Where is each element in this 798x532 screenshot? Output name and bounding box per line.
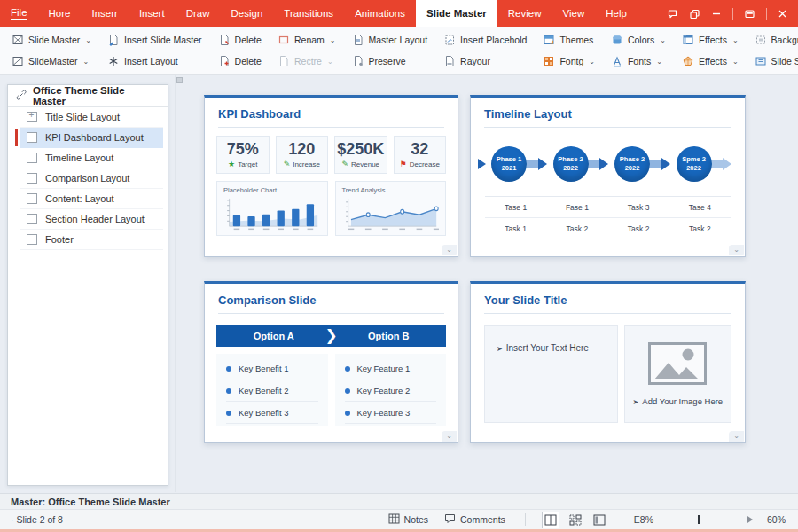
resize-handle[interactable]: ⌄ bbox=[729, 245, 744, 255]
slide-kpi-dashboard[interactable]: KPI Dashboard 75% ★Target 120 ✎Increase … bbox=[204, 95, 458, 257]
resize-handle[interactable]: ⌄ bbox=[442, 431, 457, 442]
zoom-level-label: E8% bbox=[634, 514, 653, 525]
zoom-slider[interactable] bbox=[664, 514, 742, 525]
tab-insert-1[interactable]: Inserr bbox=[81, 0, 128, 27]
rayour-button[interactable]: Rayour bbox=[443, 53, 527, 70]
ribbon: Slide Master⌄ SlideMaster⌄ Insert Slide … bbox=[0, 27, 798, 75]
text-placeholder[interactable]: ➤Insert Your Text Here bbox=[484, 325, 618, 423]
delete-button[interactable]: Delete bbox=[218, 32, 262, 49]
cascade-windows-icon[interactable] bbox=[689, 8, 700, 20]
effects-button[interactable]: Effects⌄ bbox=[682, 32, 739, 49]
maximize-icon[interactable] bbox=[744, 8, 755, 20]
list-item: Key Feature 3 bbox=[345, 402, 437, 424]
slide-master-button-2[interactable]: SlideMaster⌄ bbox=[12, 53, 91, 70]
rectre-icon bbox=[278, 55, 290, 67]
zoom-in-arrow-icon[interactable] bbox=[747, 516, 756, 523]
insert-slide-master-button[interactable]: Insert Slide Master bbox=[107, 32, 202, 49]
insert-placeholder-button[interactable]: Insert Placehold bbox=[443, 32, 527, 49]
tab-review[interactable]: Review bbox=[497, 0, 552, 27]
chevron-divider-icon: ❯ bbox=[325, 326, 337, 345]
minimize-icon[interactable] bbox=[711, 8, 722, 19]
themes-button[interactable]: Themes bbox=[543, 32, 595, 49]
image-placeholder[interactable]: ➤Add Your Image Here bbox=[624, 325, 732, 423]
resize-handle[interactable]: ⌄ bbox=[442, 245, 457, 255]
normal-view-icon[interactable] bbox=[542, 512, 559, 528]
sidebar-item-content-layout[interactable]: Content: Layout bbox=[20, 189, 163, 209]
list-item: Key Benefit 1 bbox=[226, 357, 318, 379]
fontg-button[interactable]: Fontg⌄ bbox=[543, 53, 595, 70]
tab-view[interactable]: View bbox=[552, 0, 595, 27]
status-divider bbox=[525, 513, 526, 526]
sidebar-item-comparison-layout[interactable]: Comparison Layout bbox=[20, 168, 163, 189]
timeline-arrow-icon bbox=[527, 158, 553, 170]
pencil-icon: ✎ bbox=[284, 160, 291, 168]
tab-home[interactable]: Hore bbox=[38, 0, 82, 27]
tab-file[interactable]: File bbox=[0, 0, 38, 27]
sidebar-item-kpi-dashboard-layout[interactable]: KPI Dashboard Layout bbox=[20, 128, 163, 148]
comments-button[interactable]: Comments bbox=[444, 513, 505, 526]
insert-layout-button[interactable]: Insert Layout bbox=[107, 53, 202, 70]
list-item: Key Benefit 2 bbox=[226, 379, 318, 402]
rectre-button[interactable]: Rectre⌄ bbox=[278, 53, 336, 70]
timeline-arrow-icon bbox=[589, 158, 615, 170]
option-a-list: Key Benefit 1 Key Benefit 2 Key Benefit … bbox=[216, 354, 328, 426]
status-bar: · Slide 2 of 8 Notes Comments E8% 60% bbox=[0, 509, 798, 529]
slide-title: KPI Dashboard bbox=[205, 98, 458, 121]
list-item: Key Benefit 3 bbox=[226, 402, 318, 424]
reading-view-icon[interactable] bbox=[591, 512, 607, 528]
kpi-row: 75% ★Target 120 ✎Increase $250K ✎Revenue… bbox=[216, 136, 446, 174]
background-button[interactable]: Background bbox=[755, 32, 798, 49]
colors-button[interactable]: Colors⌄ bbox=[611, 32, 666, 49]
preserve-button[interactable]: Preserve bbox=[352, 53, 428, 70]
slide-master-button[interactable]: Slide Master⌄ bbox=[12, 32, 91, 49]
rayour-icon bbox=[443, 55, 456, 67]
zoom-slider-thumb[interactable] bbox=[698, 515, 700, 524]
layout-thumbnail-icon bbox=[27, 234, 37, 245]
slide-size-button[interactable]: Slide Size⌄ bbox=[755, 53, 798, 70]
resize-handle[interactable]: ⌄ bbox=[729, 431, 744, 442]
slide-master-icon bbox=[12, 34, 24, 46]
slide-sorter-view-icon[interactable] bbox=[567, 512, 583, 528]
placeholder-chart: Placeholder Chart bbox=[216, 181, 328, 236]
delete-button-2[interactable]: Delete bbox=[218, 53, 262, 70]
insert-placeholder-icon bbox=[443, 34, 456, 46]
effects-shape-button[interactable]: Effects⌄ bbox=[682, 53, 739, 70]
kpi-card-decrease: 32 ⚑Decrease bbox=[394, 136, 447, 174]
layout-thumbnail-icon bbox=[27, 214, 37, 224]
slide-counter: · Slide 2 of 8 bbox=[11, 514, 63, 525]
sidebar-item-section-header-layout[interactable]: Section Header Layout bbox=[20, 209, 163, 230]
sidebar-item-footer[interactable]: Footer bbox=[20, 230, 163, 250]
rename-button[interactable]: Renam⌄ bbox=[278, 32, 336, 49]
tab-draw[interactable]: Draw bbox=[176, 0, 221, 27]
slide-timeline[interactable]: Timeline Layout Phase 12021 Phase 22022 … bbox=[470, 95, 746, 257]
tab-help[interactable]: Help bbox=[595, 0, 638, 27]
tab-transitions[interactable]: Transitions bbox=[273, 0, 344, 27]
title-divider bbox=[218, 313, 444, 314]
close-icon[interactable] bbox=[778, 9, 787, 19]
slide-comparison[interactable]: Comparison Slide Option A Option B ❯ Key… bbox=[204, 281, 458, 443]
trend-analysis-chart: Trend Analysis bbox=[335, 181, 447, 236]
slide-placeholder[interactable]: Your Slide Title ➤Insert Your Text Here … bbox=[470, 281, 746, 443]
tab-animations[interactable]: Animations bbox=[344, 0, 416, 27]
bullet-icon bbox=[226, 366, 231, 372]
sidebar-item-title-slide-layout[interactable]: Title Slide Layout bbox=[20, 107, 163, 128]
list-item: Key Feature 1 bbox=[345, 357, 437, 379]
titlebar: File Hore Inserr Insert Draw Design Tran… bbox=[0, 0, 798, 27]
fonts-button[interactable]: Fonts⌄ bbox=[611, 53, 666, 70]
bullet-icon bbox=[226, 411, 231, 416]
chart-row: Placeholder Chart Trend Analysis bbox=[216, 181, 446, 236]
master-layout-button[interactable]: Master Layout bbox=[352, 32, 428, 49]
notes-button[interactable]: Notes bbox=[388, 513, 428, 526]
layout-thumbnail-icon bbox=[27, 173, 37, 184]
delete-icon bbox=[218, 34, 231, 46]
scrollbar-thumb[interactable] bbox=[176, 77, 183, 83]
timeline-phase-3: Phase 22022 bbox=[614, 146, 650, 182]
sidebar-scrollbar[interactable] bbox=[175, 75, 183, 492]
sidebar-item-timeline-layout[interactable]: Timeline Layout bbox=[20, 148, 163, 168]
tab-insert-2[interactable]: Insert bbox=[129, 0, 176, 27]
tab-design[interactable]: Design bbox=[220, 0, 273, 27]
kpi-card-increase: 120 ✎Increase bbox=[276, 136, 329, 174]
fonts-icon bbox=[611, 55, 623, 67]
tab-slide-master[interactable]: Slide Master bbox=[416, 0, 497, 27]
feedback-icon[interactable] bbox=[667, 8, 678, 20]
